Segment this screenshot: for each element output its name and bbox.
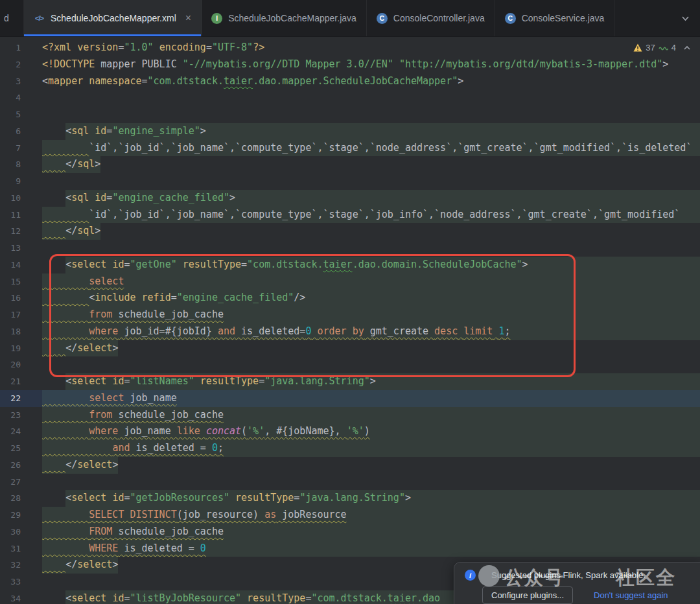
warning-squiggle xyxy=(42,209,89,220)
code-line-29[interactable]: 29 SELECT DISTINCT(job_resource) as jobR… xyxy=(0,507,700,524)
chevron-up-icon[interactable] xyxy=(683,45,691,51)
code-line-22[interactable]: 22 select job_name xyxy=(0,390,700,407)
line-number: 5 xyxy=(3,106,21,123)
code-text: select xyxy=(42,273,124,290)
code-line-17[interactable]: 17 from schedule_job_cache xyxy=(0,307,700,323)
close-tab-icon[interactable]: × xyxy=(185,13,191,23)
code-line-11[interactable]: 11 `id`,`job_id`,`job_name`,`compute_typ… xyxy=(0,207,700,224)
code-editor[interactable]: 1<?xml version="1.0" encoding="UTF-8"?>2… xyxy=(0,36,700,604)
suggested-plugins-notification: i Suggested plugins Flink, Spark availab… xyxy=(454,562,700,604)
code-text: from schedule_job_cache xyxy=(42,307,224,323)
code-line-21[interactable]: 21 <select id="listNames" resultType="ja… xyxy=(0,373,700,390)
warning-squiggle xyxy=(42,559,65,570)
warning-squiggle: from schedule_job_cache xyxy=(42,308,224,320)
configure-plugins-button[interactable]: Configure plugins... xyxy=(482,587,573,604)
code-line-8[interactable]: 8 </sql> xyxy=(0,156,700,173)
code-line-25[interactable]: 25 and is_deleted = 0; xyxy=(0,440,700,457)
line-number: 6 xyxy=(3,123,21,140)
line-number: 18 xyxy=(3,323,21,340)
code-line-16[interactable]: 16 <include refid="engine_cache_filed"/> xyxy=(0,290,700,307)
code-line-6[interactable]: 6 <sql id="engine_simple"> xyxy=(0,123,700,140)
code-text: from schedule_job_cache xyxy=(42,407,224,424)
line-number: 34 xyxy=(3,590,21,604)
code-line-7[interactable]: 7 `id`,`job_id`,`job_name`,`compute_type… xyxy=(0,140,700,157)
code-line-12[interactable]: 12 </sql> xyxy=(0,223,700,240)
code-line-13[interactable]: 13 xyxy=(0,240,700,257)
code-line-31[interactable]: 31 WHERE is_deleted = 0 xyxy=(0,540,700,557)
code-line-20[interactable]: 20 xyxy=(0,356,700,373)
code-text: </select> xyxy=(42,340,118,357)
line-number: 15 xyxy=(3,273,21,290)
code-line-30[interactable]: 30 FROM schedule_job_cache xyxy=(0,524,700,540)
line-number: 11 xyxy=(3,207,21,224)
code-text: where job_id=#{jobId} and is_deleted=0 o… xyxy=(42,323,511,340)
interface-file-icon: I xyxy=(211,13,222,24)
code-line-23[interactable]: 23 from schedule_job_cache xyxy=(0,407,700,424)
code-line-4[interactable]: 4 xyxy=(0,89,700,106)
code-text: <select id="listNames" resultType="java.… xyxy=(42,373,376,390)
code-line-2[interactable]: 2<!DOCTYPE mapper PUBLIC "-//mybatis.org… xyxy=(0,56,700,73)
line-number: 3 xyxy=(3,73,21,90)
code-text: <sql id="engine_cache_filed"> xyxy=(42,190,235,207)
warning-squiggle: WHERE is_deleted = 0 xyxy=(42,542,206,554)
code-text: </select> xyxy=(42,457,118,474)
code-text: </select> xyxy=(42,557,118,574)
code-line-3[interactable]: 3<mapper namespace="com.dtstack.taier.da… xyxy=(0,73,700,90)
tab-consolecontroller-java[interactable]: CConsoleController.java xyxy=(367,0,495,36)
code-line-14[interactable]: 14 <select id="getOne" resultType="com.d… xyxy=(0,257,700,273)
line-number: 17 xyxy=(3,307,21,323)
code-line-26[interactable]: 26 </select> xyxy=(0,457,700,474)
warning-squiggle: select job_name xyxy=(42,392,177,404)
inspections-widget[interactable]: 37 4 xyxy=(631,41,694,54)
code-line-28[interactable]: 28 <select id="getJobResources" resultTy… xyxy=(0,490,700,507)
tab-schedulejobcachemapper-xml[interactable]: </>ScheduleJobCacheMapper.xml× xyxy=(24,0,202,36)
line-number: 13 xyxy=(3,240,21,257)
code-text: <include refid="engine_cache_filed"/> xyxy=(42,290,305,307)
tab-schedulejobcachemapper-java[interactable]: IScheduleJobCacheMapper.java xyxy=(202,0,367,36)
code-line-15[interactable]: 15 select xyxy=(0,273,700,290)
line-number: 21 xyxy=(3,373,21,390)
warning-count: 37 xyxy=(646,43,655,52)
line-number: 27 xyxy=(3,474,21,491)
code-line-10[interactable]: 10 <sql id="engine_cache_filed"> xyxy=(0,190,700,207)
code-line-19[interactable]: 19 </select> xyxy=(0,340,700,357)
code-line-5[interactable]: 5 xyxy=(0,106,700,123)
code-line-1[interactable]: 1<?xml version="1.0" encoding="UTF-8"?> xyxy=(0,40,700,56)
line-number: 14 xyxy=(3,257,21,273)
line-number: 4 xyxy=(3,89,21,106)
class-file-icon: C xyxy=(505,13,516,24)
code-text: <!DOCTYPE mapper PUBLIC "-//mybatis.org/… xyxy=(42,56,668,73)
code-text: and is_deleted = 0; xyxy=(42,440,224,457)
dont-suggest-again-link[interactable]: Don't suggest again xyxy=(594,590,668,600)
line-number: 12 xyxy=(3,223,21,240)
warning-squiggle xyxy=(42,142,89,154)
code-line-24[interactable]: 24 where job_name like concat('%', #{job… xyxy=(0,423,700,440)
code-text: select job_name xyxy=(42,390,177,407)
code-line-27[interactable]: 27 xyxy=(0,474,700,491)
line-number: 31 xyxy=(3,540,21,557)
line-number: 22 xyxy=(3,390,21,407)
code-line-18[interactable]: 18 where job_id=#{jobId} and is_deleted=… xyxy=(0,323,700,340)
notification-message: Suggested plugins Flink, Spark available… xyxy=(491,570,646,580)
notification-actions: Configure plugins... Don't suggest again xyxy=(454,581,700,604)
warning-squiggle xyxy=(42,459,65,470)
line-number: 1 xyxy=(3,40,21,56)
code-line-9[interactable]: 9 xyxy=(0,173,700,190)
code-text: </sql> xyxy=(42,156,100,173)
warning-squiggle: FROM schedule_job_cache xyxy=(42,526,224,537)
warning-squiggle: where job_name like concat('%', #{jobNam… xyxy=(42,425,370,437)
line-number: 8 xyxy=(3,156,21,173)
tab-consoleservice-java[interactable]: CConsoleService.java xyxy=(495,0,615,36)
line-number: 25 xyxy=(3,440,21,457)
injected-fragment-bg xyxy=(42,273,700,290)
line-number: 32 xyxy=(3,557,21,574)
tab-list-chevron-down-icon[interactable] xyxy=(671,0,700,36)
warning-squiggle xyxy=(42,342,65,354)
line-number: 33 xyxy=(3,574,21,590)
tab-label: ConsoleController.java xyxy=(393,13,485,23)
tab-label: d xyxy=(4,13,9,23)
line-number: 24 xyxy=(3,423,21,440)
warning-squiggle: where job_id=#{jobId} and is_deleted=0 o… xyxy=(42,325,511,337)
tab-d[interactable]: d xyxy=(0,0,24,36)
warning-squiggle: select xyxy=(42,275,124,287)
